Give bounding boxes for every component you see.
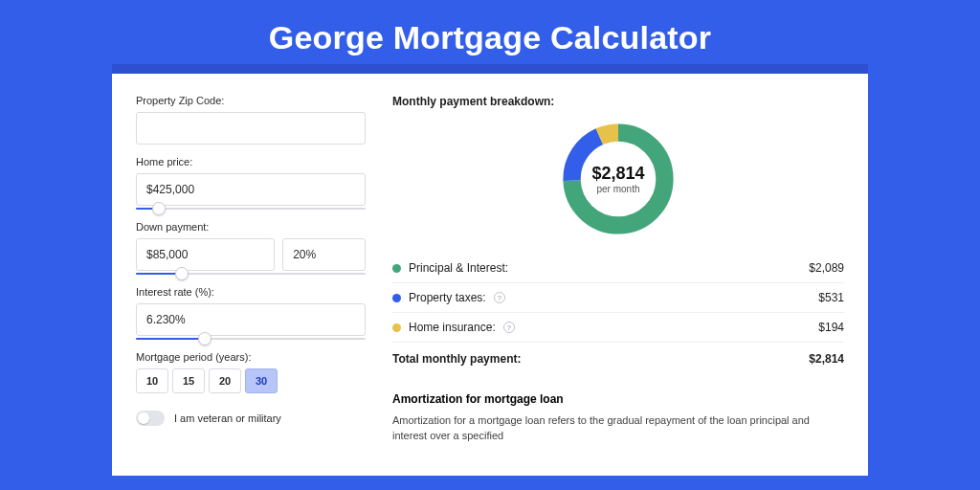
help-icon[interactable]: ?: [494, 292, 505, 303]
home-price-slider[interactable]: [136, 208, 366, 210]
down-payment-slider[interactable]: [136, 273, 366, 275]
period-option-20[interactable]: 20: [209, 368, 241, 393]
interest-group: Interest rate (%):: [136, 286, 366, 340]
interest-input[interactable]: [136, 303, 366, 336]
down-payment-slider-thumb[interactable]: [175, 267, 189, 280]
home-price-label: Home price:: [136, 156, 366, 167]
zip-label: Property Zip Code:: [136, 95, 366, 106]
legend-row-taxes: Property taxes:?$531: [392, 283, 844, 313]
total-value: $2,814: [809, 352, 844, 366]
donut-sub: per month: [596, 184, 639, 194]
period-option-15[interactable]: 15: [172, 368, 205, 393]
legend-label: Home insurance:: [409, 321, 496, 334]
legend-dot-icon: [392, 323, 401, 332]
down-payment-input[interactable]: [136, 238, 275, 271]
legend-row-principal: Principal & Interest:$2,089: [392, 254, 844, 283]
interest-slider[interactable]: [136, 338, 366, 340]
period-label: Mortgage period (years):: [136, 351, 366, 363]
period-option-10[interactable]: 10: [136, 368, 168, 393]
amortization-title: Amortization for mortgage loan: [392, 392, 844, 406]
down-payment-group: Down payment:: [136, 221, 366, 275]
breakdown-legend: Principal & Interest:$2,089Property taxe…: [392, 254, 844, 343]
legend-value: $531: [818, 291, 844, 304]
interest-slider-thumb[interactable]: [198, 332, 212, 345]
donut-amount: $2,814: [591, 164, 644, 184]
period-group: Mortgage period (years): 10152030: [136, 351, 366, 393]
interest-label: Interest rate (%):: [136, 286, 366, 298]
breakdown-panel: Monthly payment breakdown: $2,814 per mo…: [392, 95, 844, 476]
home-price-group: Home price:: [136, 156, 366, 210]
home-price-slider-thumb[interactable]: [152, 202, 166, 215]
home-price-input[interactable]: [136, 173, 366, 206]
breakdown-title: Monthly payment breakdown:: [392, 95, 844, 108]
veteran-toggle[interactable]: [136, 411, 165, 426]
legend-label: Property taxes:: [409, 291, 486, 304]
legend-value: $2,089: [809, 261, 844, 275]
legend-dot-icon: [392, 264, 401, 273]
down-payment-label: Down payment:: [136, 221, 366, 233]
legend-row-insurance: Home insurance:?$194: [392, 313, 844, 343]
legend-label: Principal & Interest:: [409, 261, 508, 275]
veteran-row: I am veteran or military: [136, 411, 366, 426]
amortization-body: Amortization for a mortgage loan refers …: [392, 413, 844, 444]
zip-input[interactable]: [136, 112, 366, 145]
calculator-card: Property Zip Code: Home price: Down paym…: [112, 74, 868, 476]
veteran-label: I am veteran or military: [174, 412, 281, 424]
page-title: George Mortgage Calculator: [269, 19, 711, 56]
card-header-stripe: [112, 64, 868, 74]
total-row: Total monthly payment: $2,814: [392, 343, 844, 373]
legend-value: $194: [818, 321, 844, 334]
donut-chart: $2,814 per month: [392, 118, 844, 240]
period-options: 10152030: [136, 368, 366, 393]
help-icon[interactable]: ?: [503, 322, 515, 333]
period-option-30[interactable]: 30: [245, 368, 278, 393]
legend-dot-icon: [392, 294, 401, 302]
down-payment-pct-input[interactable]: [282, 238, 366, 271]
total-label: Total monthly payment:: [392, 352, 521, 366]
veteran-toggle-knob: [138, 412, 149, 424]
zip-group: Property Zip Code:: [136, 95, 366, 145]
calculator-form: Property Zip Code: Home price: Down paym…: [136, 95, 366, 476]
